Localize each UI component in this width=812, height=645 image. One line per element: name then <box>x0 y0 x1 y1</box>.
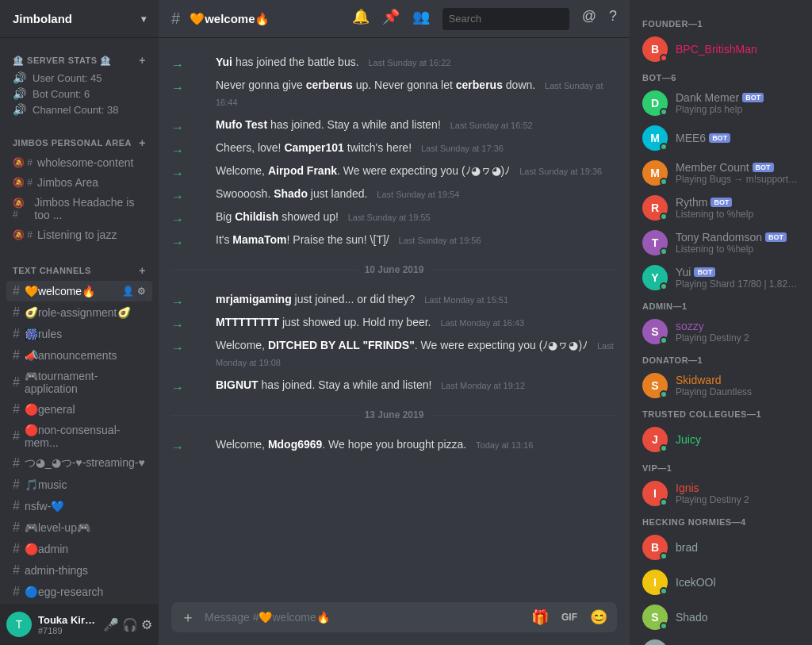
main-content: # 🧡welcome🔥 🔔 📌 👥 @ ? → Yui has joined t… <box>159 0 630 645</box>
speaker-icon: 🔊 <box>13 71 26 84</box>
member-member-count[interactable]: M Member Count BOT Playing Bugs → m!supp… <box>636 155 806 190</box>
emoji-icon[interactable]: 😊 <box>587 605 611 629</box>
member-ignis[interactable]: I Ignis Playing Destiny 2 <box>636 476 806 511</box>
member-tony[interactable]: T Tony Randomson BOT Listening to %help <box>636 225 806 260</box>
member-name: BPC_BritishMan <box>676 43 799 56</box>
member-avatar: I <box>642 481 668 506</box>
join-arrow-icon: → <box>171 210 184 229</box>
text-channels-category[interactable]: TEXT CHANNELS + <box>6 261 152 280</box>
channel-jimbos-area[interactable]: 🔕 # Jimbos Area <box>6 173 152 192</box>
member-avatar: M <box>642 160 668 186</box>
bot-badge: BOT <box>694 267 715 277</box>
message-mrjamigaming: → mrjamigaming just joined... or did the… <box>159 288 630 311</box>
member-juicy[interactable]: J Juicy <box>636 422 806 457</box>
messages-area[interactable]: → Yui has joined the battle bus. Last Su… <box>159 38 630 602</box>
channel-name: 🎮tournament-application <box>25 370 146 395</box>
channel-rules[interactable]: # 🎆rules <box>6 324 152 344</box>
member-status: Playing pls help <box>676 104 799 115</box>
user-count-text: User Count: 45 <box>33 72 102 84</box>
message-timestamp: Last Sunday at 19:54 <box>377 190 459 199</box>
bot-badge: BOT <box>742 93 764 102</box>
member-dank-memer[interactable]: D Dank Memer BOT Playing pls help <box>636 86 806 121</box>
channel-non-consensual[interactable]: # 🔴non-consensual-mem... <box>6 420 152 452</box>
channel-welcome[interactable]: # 🧡welcome🔥 👤 ⚙ <box>6 281 152 301</box>
member-group-normies: HECKING NORMIES—4 <box>636 511 806 530</box>
channel-listening-to-jazz[interactable]: 🔕 # Listening to jazz <box>6 225 152 244</box>
channel-wholesome-content[interactable]: 🔕 # wholesome-content <box>6 153 152 172</box>
channel-tournament[interactable]: # 🎮tournament-application <box>6 367 152 398</box>
at-icon[interactable]: @ <box>582 8 596 30</box>
channel-general[interactable]: # 🔴general <box>6 399 152 420</box>
channel-egg-research[interactable]: # 🔵egg-research <box>6 582 152 602</box>
add-icon[interactable]: ＋ <box>178 605 198 630</box>
member-warf[interactable]: W Warf <box>636 635 806 645</box>
help-icon[interactable]: ? <box>609 8 617 30</box>
member-avatar: D <box>642 90 668 116</box>
member-name: Juicy <box>676 433 799 446</box>
status-dot <box>660 587 668 595</box>
personal-area-category[interactable]: JIMBOS PERSONAL AREA + <box>6 133 152 152</box>
status-dot <box>660 444 668 452</box>
bell-icon[interactable]: 🔔 <box>352 8 370 30</box>
channel-name: 🔴admin <box>25 543 68 555</box>
member-info: sozzy Playing Destiny 2 <box>676 320 799 344</box>
channel-streaming[interactable]: # つ◕_◕つ-♥-streaming-♥ <box>6 453 152 474</box>
microphone-icon[interactable]: 🎤 <box>103 617 119 632</box>
member-skidward[interactable]: S Skidward Playing Dauntless <box>636 368 806 403</box>
members-icon[interactable]: 👥 <box>412 8 430 30</box>
channel-jimbos-headache[interactable]: 🔕 # Jimbos Headache is too ... <box>6 193 152 225</box>
status-dot <box>660 54 668 62</box>
date-divider-text: 10 June 2019 <box>365 264 424 275</box>
channel-admin-things[interactable]: # admin-things <box>6 560 152 581</box>
gear-icon[interactable]: ⚙ <box>137 286 146 297</box>
member-rythm[interactable]: R Rythm BOT Listening to %help <box>636 190 806 225</box>
channel-role-assignment[interactable]: # 🥑role-assignment🥑 <box>6 302 152 323</box>
message-timestamp: Last Sunday at 17:36 <box>421 144 504 153</box>
member-mee6[interactable]: M MEE6 BOT <box>636 121 806 155</box>
member-shado[interactable]: S Shado <box>636 600 806 635</box>
message-text: Welcome, Mdog6969. We hope you brought p… <box>216 438 533 451</box>
channel-name: 🔴non-consensual-mem... <box>25 424 146 449</box>
server-chevron: ▾ <box>141 13 146 25</box>
channel-nsfw[interactable]: # nsfw-💙 <box>6 496 152 516</box>
headphones-icon[interactable]: 🎧 <box>122 617 138 632</box>
hash-icon: # <box>13 402 20 417</box>
message-timestamp: Last Sunday at 16:44 <box>216 81 603 107</box>
member-icekool[interactable]: I IcekOOl <box>636 565 806 600</box>
settings-icon[interactable]: ⚙ <box>141 617 152 632</box>
status-dot <box>660 143 668 151</box>
status-dot <box>660 552 668 560</box>
server-header[interactable]: Jimboland ▾ <box>0 0 159 38</box>
channel-hash-icon: # <box>171 10 180 28</box>
stats-category[interactable]: 🏦 SERVER STATS 🏦 + <box>6 51 152 70</box>
channel-level-up[interactable]: # 🎮level-up🎮 <box>6 517 152 538</box>
personal-area-add-icon[interactable]: + <box>139 136 146 149</box>
server-sidebar: Jimboland ▾ 🏦 SERVER STATS 🏦 + 🔊 User Co… <box>0 0 159 645</box>
member-yui[interactable]: Y Yui BOT Playing Shard 17/80 | 1,822 gu… <box>636 260 806 295</box>
stats-add-icon[interactable]: + <box>139 54 146 67</box>
channel-admin[interactable]: # 🔴admin <box>6 539 152 559</box>
message-mamaTom: → It's MamaTom! Praise the sun! \[T]/ La… <box>159 228 630 251</box>
message-text: Swoooosh. Shado just landed. Last Sunday… <box>216 187 459 200</box>
message-input[interactable] <box>205 602 522 632</box>
member-avatar: Y <box>642 265 668 290</box>
member-sozzy[interactable]: S sozzy Playing Destiny 2 <box>636 314 806 349</box>
pin-icon[interactable]: 📌 <box>382 8 400 30</box>
status-dot <box>660 390 668 398</box>
member-name: sozzy <box>676 320 799 332</box>
message-mufo-test: → Mufo Test has joined. Stay a while and… <box>159 113 630 136</box>
channel-announcements[interactable]: # 📣announcements <box>6 345 152 366</box>
hash-icon: # <box>13 499 20 513</box>
member-brad[interactable]: B brad <box>636 530 806 565</box>
member-bpc-britishman[interactable]: B BPC_BritishMan <box>636 32 806 67</box>
gif-icon[interactable]: GIF <box>558 609 580 626</box>
gift-icon[interactable]: 🎁 <box>528 605 552 629</box>
message-ditched: → Welcome, DITCHED BY ALL "FRINDS". We w… <box>159 334 630 374</box>
join-arrow-icon: → <box>171 339 184 358</box>
channel-music[interactable]: # 🎵music <box>6 474 152 495</box>
member-status: Playing Bugs → m!support | bit.ly/... <box>676 174 799 185</box>
search-input[interactable] <box>442 8 569 30</box>
user-icon[interactable]: 👤 <box>122 286 134 297</box>
text-channels-add-icon[interactable]: + <box>139 264 146 277</box>
members-sidebar: FOUNDER—1 B BPC_BritishMan BOT—6 D Dank … <box>630 0 812 645</box>
